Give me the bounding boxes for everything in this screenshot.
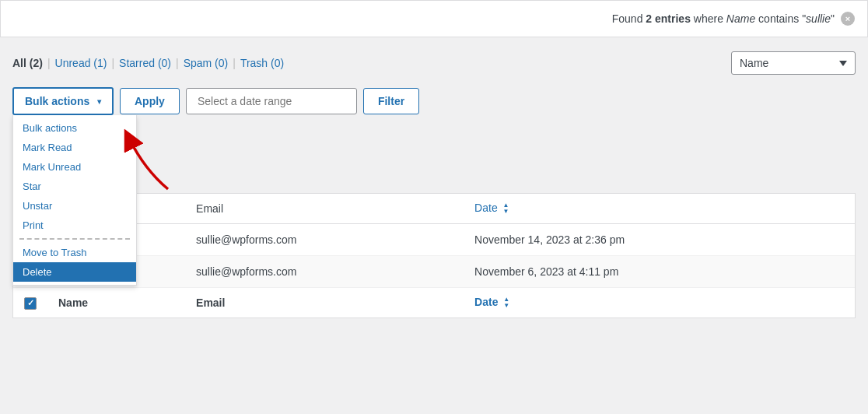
dropdown-item-mark-unread[interactable]: Mark Unread: [13, 157, 136, 177]
menu-divider: [19, 238, 130, 240]
footer-date-sort-arrows: ▲ ▼: [503, 296, 509, 310]
tab-starred[interactable]: Starred (0): [119, 57, 171, 69]
table-wrapper: Name Email Date ▲ ▼ i: [12, 193, 856, 318]
bulk-actions-button[interactable]: Bulk actions ▾: [12, 87, 114, 115]
table-header-row: Name Email Date ▲ ▼: [13, 194, 855, 224]
th-email: Email: [185, 194, 464, 224]
dropdown-item-print[interactable]: Print: [13, 216, 136, 235]
chevron-down-icon: ▾: [97, 97, 101, 106]
toolbar: Bulk actions ▾ Bulk actions Mark Read Ma…: [12, 87, 856, 115]
footer-checkbox-cell[interactable]: [13, 288, 47, 318]
footer-email: Email: [185, 288, 464, 318]
tab-unread[interactable]: Unread (1): [55, 57, 107, 69]
search-banner: Found 2 entries where Name contains "sul…: [0, 0, 868, 37]
filter-tabs: All (2) | Unread (1) | Starred (0) | Spa…: [12, 57, 284, 69]
th-date[interactable]: Date ▲ ▼: [464, 194, 855, 224]
select-all-checkbox[interactable]: [24, 297, 37, 310]
apply-button[interactable]: Apply: [120, 88, 180, 114]
bulk-actions-label: Bulk actions: [25, 95, 89, 107]
row-date: November 6, 2023 at 4:11 pm: [464, 256, 855, 288]
page-wrapper: Found 2 entries where Name contains "sul…: [0, 0, 868, 414]
sort-select[interactable]: Name Email Date: [731, 51, 856, 75]
tab-trash[interactable]: Trash (0): [240, 57, 284, 69]
search-banner-close-button[interactable]: ×: [841, 12, 855, 26]
dropdown-item-bulk-actions[interactable]: Bulk actions: [13, 118, 136, 138]
bulk-actions-wrapper: Bulk actions ▾ Bulk actions Mark Read Ma…: [12, 87, 114, 115]
dropdown-item-delete[interactable]: Delete: [13, 262, 136, 282]
table-footer-row: Name Email Date ▲ ▼: [13, 288, 855, 318]
row-email: sullie@wpforms.com: [185, 224, 464, 256]
table-row: ie Eloso sullie@wpforms.com November 14,…: [13, 224, 855, 256]
search-banner-text: Found 2 entries where Name contains "sul…: [612, 12, 835, 25]
filter-row: All (2) | Unread (1) | Starred (0) | Spa…: [12, 45, 856, 82]
date-range-input[interactable]: [186, 88, 357, 114]
row-date: November 14, 2023 at 2:36 pm: [464, 224, 855, 256]
dropdown-item-unstar[interactable]: Unstar: [13, 196, 136, 216]
date-sort-arrows: ▲ ▼: [503, 202, 509, 216]
sort-dropdown: Name Email Date: [731, 51, 856, 75]
dropdown-item-star[interactable]: Star: [13, 177, 136, 196]
table-row: ie Eloso sullie@wpforms.com November 6, …: [13, 256, 855, 288]
footer-date[interactable]: Date ▲ ▼: [464, 288, 855, 318]
footer-name: Name: [47, 288, 185, 318]
dropdown-item-mark-read[interactable]: Mark Read: [13, 138, 136, 157]
filter-button[interactable]: Filter: [363, 88, 419, 114]
entries-table: Name Email Date ▲ ▼ i: [13, 194, 855, 318]
tab-all[interactable]: All (2): [12, 57, 43, 69]
bulk-actions-dropdown: Bulk actions Mark Read Mark Unread Star …: [12, 115, 137, 286]
dropdown-item-move-to-trash[interactable]: Move to Trash: [13, 243, 136, 262]
tab-spam[interactable]: Spam (0): [184, 57, 229, 69]
row-email: sullie@wpforms.com: [185, 256, 464, 288]
